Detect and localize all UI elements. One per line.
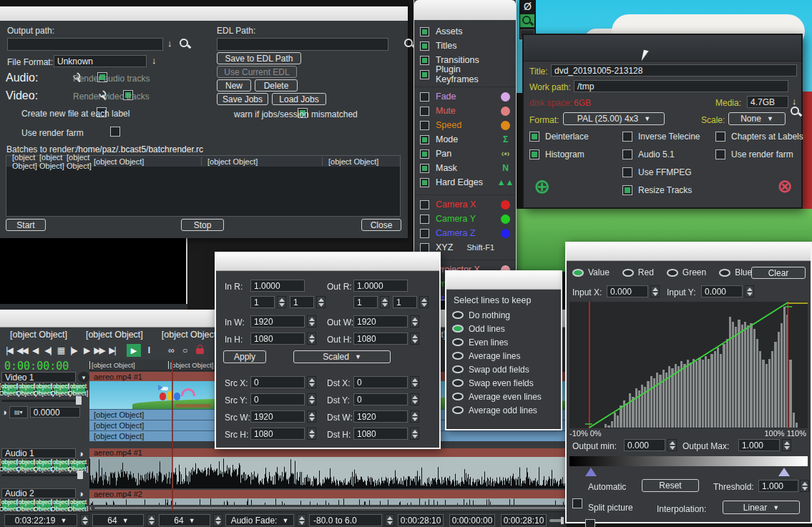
work-path-field[interactable]: /tmp [574,80,788,92]
effects-list-item[interactable]: Camera Y [414,212,516,226]
automatic-checkbox[interactable] [572,498,582,508]
dst-spinner[interactable] [410,410,419,423]
track-toggle-button[interactable]: [object Object] [53,500,69,511]
in-w-spinner[interactable] [307,315,316,327]
lines-option[interactable]: Average odd lines [452,403,561,417]
effects-list-item[interactable]: Plugin Keyframes [414,67,516,82]
transport-button[interactable]: |▶ [67,344,79,357]
video1-nudge-field[interactable]: 0.0000 [30,407,80,418]
input-y-field[interactable]: 0.000 [701,285,743,297]
transport-button[interactable]: ◀| [41,344,54,357]
duration-zoom-spinner[interactable] [80,514,89,526]
menu-item[interactable]: [object Object] [6,328,72,341]
track-toggle-button[interactable]: [object Object] [19,460,34,471]
effects-list-item[interactable]: Mute [414,104,516,118]
project-checkbox[interactable] [529,132,539,142]
ratio-field-3[interactable]: 1 [353,296,378,308]
crop-tool-icon[interactable]: Ø [522,1,534,13]
batch-list[interactable]: [object Object][object Object][object Ob… [6,155,401,217]
delete-batch-button[interactable]: Delete [255,79,298,92]
ratio-spinner-4[interactable] [419,296,429,308]
project-checkbox[interactable] [622,167,632,177]
threshold-field[interactable]: 1.000 [758,480,798,492]
lines-option[interactable]: Swap odd fields [452,363,561,376]
use-render-farm-checkbox[interactable] [110,127,120,137]
src-spinner[interactable] [307,428,316,440]
transport-button[interactable]: ▶ [80,344,92,357]
effects-list-item[interactable]: Camera X [414,197,516,212]
batch-column-header[interactable]: [object Object] [88,157,201,166]
effect-visibility-checkbox[interactable] [420,70,429,79]
effect-visibility-checkbox[interactable] [420,107,429,116]
scale-mode-dropdown[interactable]: Scaled▼ [293,350,391,363]
in-r-field[interactable]: 1.0000 [250,280,305,292]
in-w-field[interactable]: 1920 [250,315,305,327]
output-gradient-bar[interactable] [569,456,808,466]
transport-button[interactable]: ◀◀ [16,344,28,357]
effect-visibility-checkbox[interactable] [420,135,429,144]
channel-radio[interactable] [667,269,678,277]
lines-option-radio[interactable] [452,338,464,346]
effects-list-item[interactable]: Mask N [414,161,516,175]
apply-button[interactable]: Apply [223,350,266,363]
timeline-hscroll[interactable]: ‹ [89,505,567,511]
effect-visibility-checkbox[interactable] [420,92,429,102]
src-field[interactable]: 1920 [250,410,305,423]
lines-option-radio[interactable] [452,406,464,414]
transport-button[interactable]: |◀ [3,344,15,357]
effect-visibility-checkbox[interactable] [420,164,429,173]
out-h-field[interactable]: 1080 [353,333,408,345]
audio2-clip-titlebar[interactable]: aereo.mp4 #2 [89,490,571,498]
range-spinner[interactable] [385,514,394,526]
src-spinner[interactable] [307,393,316,405]
sample-zoom-spinner[interactable] [147,514,156,526]
reset-button[interactable]: Reset [642,479,699,492]
lines-option[interactable]: Swap even fields [452,376,561,390]
ratio-spinner-1[interactable] [277,296,286,308]
transport-button[interactable]: ▶▶ [93,344,105,357]
gauge-tool-icon[interactable]: ○ [178,344,190,357]
arrow-mode-button[interactable]: ▶ [127,344,141,357]
ibeam-mode-button[interactable]: Ι [142,344,155,357]
audio2-waveform[interactable] [89,498,567,505]
playhead[interactable] [172,360,173,511]
automation-range-field[interactable]: -80.0 to 6.0 [309,514,382,526]
save-to-edl-button[interactable]: Save to EDL Path [217,52,301,64]
in-h-field[interactable]: 1080 [250,333,305,345]
threshold-spinner[interactable] [800,480,809,492]
effects-list-item[interactable]: Assets [414,24,516,39]
amp-zoom-dropdown[interactable]: 64▼ [159,514,210,526]
sample-zoom-dropdown[interactable]: 64▼ [92,514,144,526]
effects-list-item[interactable]: Titles [414,39,516,53]
ratio-field-2[interactable]: 1 [290,296,314,308]
project-checkbox[interactable] [622,185,632,195]
effect-visibility-checkbox[interactable] [420,200,429,210]
output-path-field[interactable] [7,38,163,51]
project-checkbox[interactable] [622,132,632,142]
file-format-dropdown-icon[interactable]: ↓ [152,55,157,66]
selection-start-field[interactable]: 0:00:00:00 [449,514,495,526]
file-format-field[interactable]: Unknown [54,55,147,67]
batch-column-header[interactable]: [object Object] [322,157,393,166]
audio1-title-field[interactable]: Audio 1 [1,448,76,458]
project-checkbox[interactable] [622,149,632,159]
pan-knob-icon[interactable]: ◑ [1,407,7,418]
output-path-history-icon[interactable]: ↓ [167,38,172,49]
automation-spinner[interactable] [297,514,306,526]
output-min-field[interactable]: 0.000 [624,439,665,451]
src-field[interactable]: 0 [250,393,305,405]
effect-visibility-checkbox[interactable] [420,149,429,159]
effect-visibility-checkbox[interactable] [420,41,429,51]
effect-visibility-checkbox[interactable] [420,178,429,187]
track-toggle-button[interactable]: [object Object] [70,500,86,511]
output-max-field[interactable]: 1.000 [738,439,780,451]
output-min-spinner[interactable] [667,439,677,451]
project-dialog-titlebar[interactable] [524,35,801,61]
audio2-title-field[interactable]: Audio 2 [1,488,76,498]
track-toggle-button[interactable]: [object Object] [19,384,34,395]
start-button[interactable]: Start [6,219,46,231]
selection-end-field[interactable]: 0:00:28:10 [501,514,547,526]
lines-option[interactable]: Do nothing [452,308,561,322]
track-toggle-button[interactable]: [object Object] [36,384,52,395]
output-max-slider[interactable] [778,468,790,476]
